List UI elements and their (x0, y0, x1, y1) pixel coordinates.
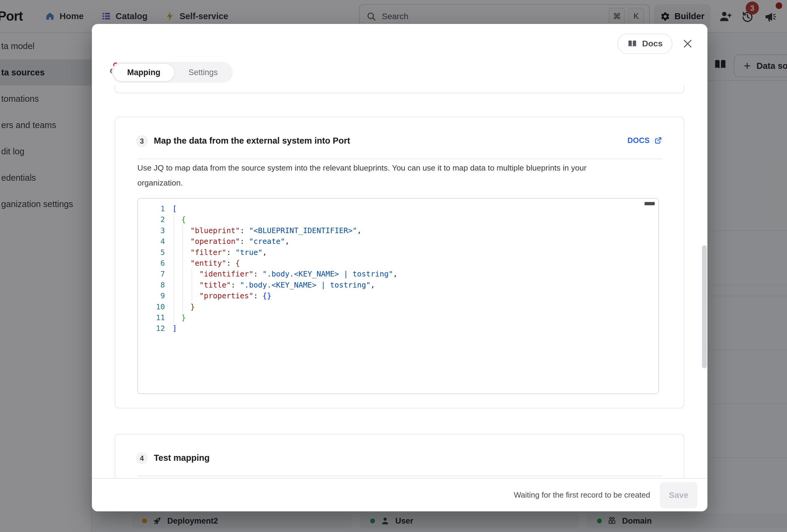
indent-guide (174, 214, 174, 323)
editor-code[interactable]: [ { "blueprint": "<BLUEPRINT_IDENTIFIER>… (172, 204, 398, 334)
tab-mapping[interactable]: Mapping (113, 63, 175, 82)
indent-guide (183, 225, 183, 312)
book-icon (627, 39, 637, 49)
code-line[interactable]: } (172, 302, 398, 312)
card-divider (137, 158, 663, 159)
line-number: 12 (138, 323, 165, 334)
step-3-number: 3 (136, 135, 148, 147)
line-number: 3 (138, 225, 165, 236)
line-number: 9 (138, 291, 165, 301)
code-line[interactable]: { (172, 214, 398, 225)
docs-link[interactable]: DOCS (628, 136, 663, 145)
step-3-description: Use JQ to map data from the source syste… (137, 161, 610, 190)
docs-button[interactable]: Docs (617, 34, 673, 54)
code-line[interactable]: } (172, 312, 398, 323)
step-3-card: 3 Map the data from the external system … (114, 117, 684, 408)
line-number: 6 (138, 258, 165, 269)
code-line[interactable]: "entity": { (172, 258, 398, 269)
code-line[interactable]: "title": ".body.<KEY_NAME> | tostring", (172, 280, 398, 291)
line-number: 1 (138, 204, 165, 214)
editor-gutter: 123456789101112 (138, 204, 165, 334)
status-text: Waiting for the first record to be creat… (514, 490, 650, 500)
close-button[interactable] (682, 38, 693, 49)
line-number: 2 (138, 214, 165, 225)
external-link-icon (654, 136, 663, 145)
step-4-number: 4 (136, 452, 148, 464)
code-line[interactable]: "filter": "true", (172, 247, 398, 258)
step-4-card: 4 Test mapping (114, 434, 684, 478)
docs-link-label: DOCS (628, 136, 650, 145)
docs-button-label: Docs (642, 39, 662, 48)
code-editor[interactable]: 123456789101112 [ { "blueprint": "<BLUEP… (137, 198, 659, 394)
code-line[interactable]: "operation": "create", (172, 236, 398, 247)
indent-guide (192, 269, 192, 301)
line-number: 7 (138, 269, 165, 279)
line-number: 8 (138, 280, 165, 291)
line-number: 4 (138, 236, 165, 247)
line-number: 11 (138, 312, 165, 323)
save-button[interactable]: Save (660, 482, 698, 508)
line-number: 5 (138, 247, 165, 258)
modal-scrollbar[interactable] (702, 246, 707, 368)
code-line[interactable]: [ (172, 204, 398, 214)
step-4-title: Test mapping (154, 453, 210, 463)
card-divider (137, 476, 663, 476)
modal-footer: Waiting for the first record to be creat… (92, 478, 707, 511)
previous-step-card-edge (114, 85, 684, 93)
code-line[interactable]: "blueprint": "<BLUEPRINT_IDENTIFIER>", (172, 225, 398, 236)
step-3-title: Map the data from the external system in… (154, 136, 350, 146)
modal-tabs: MappingSettings (112, 62, 233, 83)
code-line[interactable]: "identifier": ".body.<KEY_NAME> | tostri… (172, 269, 398, 279)
screen: Port HomeCatalogSelf-service Search ⌘K B… (0, 0, 787, 532)
status-dot (503, 492, 509, 498)
code-line[interactable]: ] (172, 323, 398, 334)
data-source-modal: test matan Docs MappingSettings 3 Map th… (92, 24, 707, 511)
tab-settings[interactable]: Settings (175, 63, 232, 82)
editor-scrollbar-thumb[interactable] (644, 202, 655, 205)
line-number: 10 (138, 302, 165, 312)
code-line[interactable]: "properties": {} (172, 291, 398, 301)
